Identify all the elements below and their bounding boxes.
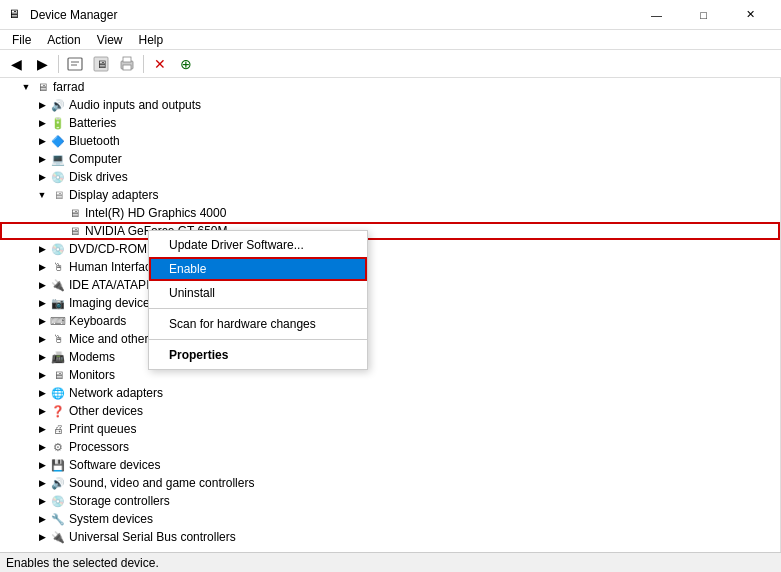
usb-arrow: ▶	[36, 531, 48, 543]
device-tree[interactable]: ▼ 🖥 farrad ▶ 🔊 Audio inputs and outputs …	[0, 78, 781, 552]
tree-batteries[interactable]: ▶ 🔋 Batteries	[0, 114, 780, 132]
context-enable[interactable]: Enable	[149, 257, 367, 281]
context-uninstall[interactable]: Uninstall	[149, 281, 367, 305]
menu-action[interactable]: Action	[39, 31, 88, 49]
minimize-button[interactable]: —	[634, 5, 679, 25]
toolbar-back[interactable]: ◀	[4, 53, 28, 75]
root-arrow: ▼	[20, 81, 32, 93]
svg-text:🖥: 🖥	[96, 58, 107, 70]
monitors-arrow: ▶	[36, 369, 48, 381]
bluetooth-label: Bluetooth	[69, 134, 120, 148]
svg-rect-0	[68, 58, 82, 70]
root-label: farrad	[53, 80, 84, 94]
usb-icon: 🔌	[50, 529, 66, 545]
displayadapters-label: Display adapters	[69, 188, 158, 202]
tree-nvidia[interactable]: ▶ 🖥 NVIDIA GeForce GT 650M	[0, 222, 780, 240]
tree-modems[interactable]: ▶ 📠 Modems	[0, 348, 780, 366]
tree-diskdrives[interactable]: ▶ 💿 Disk drives	[0, 168, 780, 186]
tree-mice[interactable]: ▶ 🖱 Mice and other pointing devices	[0, 330, 780, 348]
batteries-label: Batteries	[69, 116, 116, 130]
sound-icon: 🔊	[50, 475, 66, 491]
toolbar-forward[interactable]: ▶	[30, 53, 54, 75]
maximize-button[interactable]: □	[681, 5, 726, 25]
menu-view[interactable]: View	[89, 31, 131, 49]
mice-icon: 🖱	[50, 331, 66, 347]
tree-sound[interactable]: ▶ 🔊 Sound, video and game controllers	[0, 474, 780, 492]
tree-ide[interactable]: ▶ 🔌 IDE ATA/ATAPI controllers	[0, 276, 780, 294]
audio-arrow: ▶	[36, 99, 48, 111]
print-arrow: ▶	[36, 423, 48, 435]
software-arrow: ▶	[36, 459, 48, 471]
menu-bar: File Action View Help	[0, 30, 781, 50]
toolbar-update-driver[interactable]: 🖥	[89, 53, 113, 75]
svg-rect-6	[123, 57, 131, 62]
title-bar-controls: — □ ✕	[634, 5, 773, 25]
context-properties[interactable]: Properties	[149, 343, 367, 367]
imaging-label: Imaging devices	[69, 296, 156, 310]
toolbar-add[interactable]: ⊕	[174, 53, 198, 75]
close-button[interactable]: ✕	[728, 5, 773, 25]
software-icon: 💾	[50, 457, 66, 473]
context-scan[interactable]: Scan for hardware changes	[149, 312, 367, 336]
tree-imaging[interactable]: ▶ 📷 Imaging devices	[0, 294, 780, 312]
root-icon: 🖥	[34, 79, 50, 95]
monitors-label: Monitors	[69, 368, 115, 382]
diskdrives-label: Disk drives	[69, 170, 128, 184]
usb-label: Universal Serial Bus controllers	[69, 530, 236, 544]
toolbar-remove[interactable]: ✕	[148, 53, 172, 75]
tree-storage[interactable]: ▶ 💿 Storage controllers	[0, 492, 780, 510]
toolbar: ◀ ▶ 🖥 ✕ ⊕	[0, 50, 781, 78]
bluetooth-icon: 🔷	[50, 133, 66, 149]
menu-help[interactable]: Help	[131, 31, 172, 49]
computer-arrow: ▶	[36, 153, 48, 165]
context-update-driver[interactable]: Update Driver Software...	[149, 233, 367, 257]
tree-computer[interactable]: ▶ 💻 Computer	[0, 150, 780, 168]
tree-usb[interactable]: ▶ 🔌 Universal Serial Bus controllers	[0, 528, 780, 546]
storage-label: Storage controllers	[69, 494, 170, 508]
processors-label: Processors	[69, 440, 129, 454]
tree-software[interactable]: ▶ 💾 Software devices	[0, 456, 780, 474]
tree-processors[interactable]: ▶ ⚙ Processors	[0, 438, 780, 456]
system-arrow: ▶	[36, 513, 48, 525]
sound-label: Sound, video and game controllers	[69, 476, 254, 490]
context-menu: Update Driver Software... Enable Uninsta…	[148, 230, 368, 370]
tree-monitors[interactable]: ▶ 🖥 Monitors	[0, 366, 780, 384]
keyboards-arrow: ▶	[36, 315, 48, 327]
menu-file[interactable]: File	[4, 31, 39, 49]
computer-icon: 💻	[50, 151, 66, 167]
intelhd-label: Intel(R) HD Graphics 4000	[85, 206, 226, 220]
tree-keyboards[interactable]: ▶ ⌨ Keyboards	[0, 312, 780, 330]
processors-icon: ⚙	[50, 439, 66, 455]
svg-rect-7	[123, 65, 131, 70]
tree-system[interactable]: ▶ 🔧 System devices	[0, 510, 780, 528]
hid-arrow: ▶	[36, 261, 48, 273]
network-label: Network adapters	[69, 386, 163, 400]
toolbar-print[interactable]	[115, 53, 139, 75]
other-arrow: ▶	[36, 405, 48, 417]
tree-root[interactable]: ▼ 🖥 farrad	[0, 78, 780, 96]
intelhd-icon: 🖥	[66, 205, 82, 221]
modems-icon: 📠	[50, 349, 66, 365]
system-label: System devices	[69, 512, 153, 526]
tree-hid[interactable]: ▶ 🖱 Human Interface Devices	[0, 258, 780, 276]
nvidia-icon: 🖥	[66, 223, 82, 239]
other-icon: ❓	[50, 403, 66, 419]
tree-dvdrom[interactable]: ▶ 💿 DVD/CD-ROM drives	[0, 240, 780, 258]
toolbar-properties[interactable]	[63, 53, 87, 75]
context-sep1	[149, 308, 367, 309]
batteries-icon: 🔋	[50, 115, 66, 131]
modems-label: Modems	[69, 350, 115, 364]
tree-intelhd[interactable]: ▶ 🖥 Intel(R) HD Graphics 4000	[0, 204, 780, 222]
diskdrives-icon: 💿	[50, 169, 66, 185]
keyboards-label: Keyboards	[69, 314, 126, 328]
audio-icon: 🔊	[50, 97, 66, 113]
tree-other[interactable]: ▶ ❓ Other devices	[0, 402, 780, 420]
tree-print[interactable]: ▶ 🖨 Print queues	[0, 420, 780, 438]
tree-bluetooth[interactable]: ▶ 🔷 Bluetooth	[0, 132, 780, 150]
tree-displayadapters[interactable]: ▼ 🖥 Display adapters	[0, 186, 780, 204]
print-label: Print queues	[69, 422, 136, 436]
tree-audio[interactable]: ▶ 🔊 Audio inputs and outputs	[0, 96, 780, 114]
tree-network[interactable]: ▶ 🌐 Network adapters	[0, 384, 780, 402]
displayadapters-icon: 🖥	[50, 187, 66, 203]
status-bar: Enables the selected device.	[0, 552, 781, 572]
